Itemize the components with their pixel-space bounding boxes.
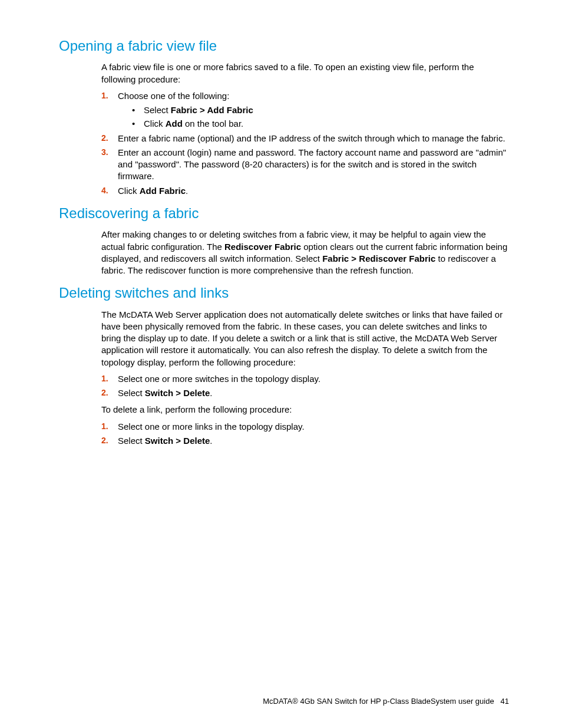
bullet-text-bold: Fabric > Add Fabric [171,105,253,115]
heading-rediscovering-fabric: Rediscovering a fabric [59,204,509,223]
step-number: 1. [101,90,108,101]
procedure-list: 1. Choose one of the following: Select F… [101,90,509,197]
step-text-pre: Click [118,186,140,196]
heading-opening-fabric-view-file: Opening a fabric view file [59,37,509,55]
section-body: After making changes to or deleting swit… [101,229,509,276]
step-number: 1. [101,421,108,432]
sub-bullet-list: Select Fabric > Add Fabric Click Add on … [132,104,509,130]
section-body: A fabric view file is one or more fabric… [101,61,509,197]
bullet-text-pre: Click [144,118,166,129]
list-item: 1. Choose one of the following: Select F… [101,90,509,130]
step-text-pre: Select [118,388,145,398]
footer-text: McDATA® 4Gb SAN Switch for HP p-Class Bl… [263,697,494,706]
procedure-list: 1. Select one or more links in the topol… [101,421,509,447]
heading-deleting-switches-links: Deleting switches and links [59,284,509,302]
list-item: 4. Click Add Fabric. [101,185,509,197]
bullet-text-pre: Select [144,105,171,115]
list-item: 2. Select Switch > Delete. [101,387,509,399]
list-item: 3. Enter an account (login) name and pas… [101,147,509,183]
step-number: 2. [101,435,108,446]
step-text-bold: Switch > Delete [145,436,210,446]
step-text-bold: Switch > Delete [145,388,210,398]
step-number: 4. [101,185,108,196]
step-number: 3. [101,147,108,158]
step-text-bold: Add Fabric [140,186,186,196]
intro-paragraph: A fabric view file is one or more fabric… [101,61,509,85]
page-footer: McDATA® 4Gb SAN Switch for HP p-Class Bl… [263,696,509,707]
page-number: 41 [501,697,509,706]
step-text: Enter a fabric name (optional) and the I… [118,133,505,143]
list-item: 1. Select one or more switches in the to… [101,373,509,385]
bullet-text-post: on the tool bar. [183,118,243,129]
step-number: 2. [101,133,108,144]
step-number: 2. [101,387,108,398]
step-text-post: . [186,186,188,196]
step-text: Select one or more switches in the topol… [118,374,320,384]
step-text-post: . [210,436,212,446]
step-number: 1. [101,373,108,384]
step-text-post: . [210,388,212,398]
intro-paragraph: The McDATA Web Server application does n… [101,309,509,368]
step-text-pre: Select [118,436,145,446]
text-bold: Fabric > Rediscover Fabric [322,253,435,263]
bullet-text-bold: Add [166,118,183,129]
list-item: 1. Select one or more links in the topol… [101,421,509,433]
list-item: 2. Enter a fabric name (optional) and th… [101,133,509,144]
paragraph: To delete a link, perform the following … [101,404,509,416]
paragraph: After making changes to or deleting swit… [101,229,509,276]
text-bold: Rediscover Fabric [224,242,301,252]
list-item: Select Fabric > Add Fabric [132,104,509,116]
section-body: The McDATA Web Server application does n… [101,309,509,447]
procedure-list: 1. Select one or more switches in the to… [101,373,509,400]
list-item: Click Add on the tool bar. [132,118,509,130]
step-text: Select one or more links in the topology… [118,421,305,431]
step-text: Enter an account (login) name and passwo… [118,147,506,182]
list-item: 2. Select Switch > Delete. [101,435,509,447]
document-page: Opening a fabric view file A fabric view… [0,0,562,728]
step-text: Choose one of the following: [118,91,229,101]
